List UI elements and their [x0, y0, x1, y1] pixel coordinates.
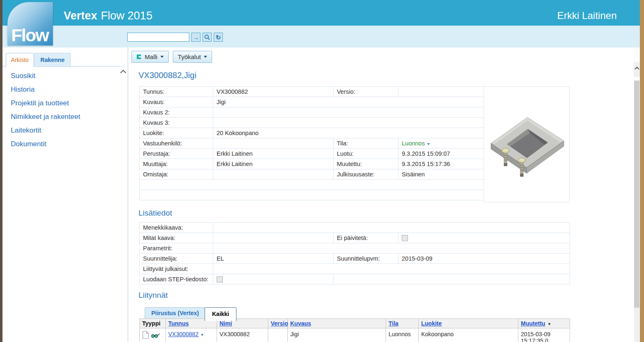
field-perustaja-value: Erkki Laitinen	[213, 149, 334, 159]
item-dropdown-icon[interactable]: ▾	[201, 332, 203, 337]
sidebar-tab-arkisto[interactable]: Arkisto	[6, 53, 34, 67]
sort-by-luokite-link[interactable]: Luokite	[421, 320, 442, 327]
table-row: Tunnus: VX3000882 Versio:	[140, 87, 484, 97]
sidebar-item-historia[interactable]: Historia	[11, 83, 80, 96]
sort-by-nimi-link[interactable]: Nimi	[219, 320, 232, 327]
scrollbar-track[interactable]	[634, 308, 639, 342]
cell-muutettu: 2015-03-09 15:17:35.0	[518, 328, 570, 342]
field-ei-paiviteta-value	[398, 233, 570, 243]
cell-nimi: VX3000882	[217, 328, 268, 342]
table-row: Muuttaja: Erkki Laitinen Muutettu: 9.3.2…	[140, 159, 484, 169]
main-scrollbar[interactable]	[634, 48, 640, 342]
basic-info-table: Tunnus: VX3000882 Versio: Kuvaus: Jigi K…	[139, 86, 484, 200]
field-luokite-value: 20 Kokoonpano	[213, 128, 484, 138]
tab-kaikki[interactable]: Kaikki	[205, 307, 236, 321]
field-menekkikaava-label: Menekkikaava:	[140, 223, 213, 233]
chevron-up-icon	[634, 66, 639, 71]
sort-by-tila-link[interactable]: Tila	[389, 320, 398, 327]
step-tiedosto-checkbox[interactable]	[217, 276, 223, 283]
model-menu-button[interactable]: Malli	[131, 51, 169, 63]
table-row: Luodaan STEP-tiedosto:	[140, 274, 570, 285]
field-julkisuusaste-value: Sisäinen	[398, 169, 484, 180]
field-muutettu-value: 9.3.2015 15:17:36	[398, 159, 484, 169]
table-row: Kuvaus: Jigi	[140, 97, 484, 107]
scroll-up-button[interactable]	[634, 62, 640, 77]
field-menekkikaava-value	[213, 223, 570, 233]
tab-piirustus-vertex[interactable]: Piirustus (Vertex)	[145, 307, 205, 319]
field-mitat-kaava-value	[213, 233, 334, 243]
cell-tyyppi	[140, 328, 166, 342]
table-row: Vastuuhenkilö: Tila: Luonnos▾	[140, 138, 484, 149]
tools-menu-label: Työkalut	[178, 53, 201, 60]
sidebar-item-suosikit[interactable]: Suosikit	[11, 69, 80, 83]
sort-by-muutettu-link[interactable]: Muutettu	[521, 320, 545, 327]
flow-logo-text: Flow	[11, 25, 48, 45]
links-table-header-row: Tyyppi Tunnus Nimi Versio Kuvaus Tila Lu…	[140, 319, 570, 328]
search-button[interactable]	[203, 33, 212, 42]
cell-kuvaus: Jigi	[288, 328, 386, 342]
glasses-icon	[151, 332, 160, 338]
search-input[interactable]	[127, 33, 189, 42]
table-row	[140, 190, 484, 200]
additional-info-table: Menekkikaava: Mitat kaava: Ei päivitetä:…	[139, 222, 570, 285]
field-mitat-kaava-label: Mitat kaava:	[140, 233, 213, 243]
tools-menu-button[interactable]: Työkalut	[173, 51, 212, 63]
field-kuvaus3-label: Kuvaus 3:	[140, 118, 213, 128]
table-row: Perustaja: Erkki Laitinen Luotu: 9.3.201…	[140, 149, 484, 159]
table-row: Luokite: 20 Kokoonpano	[140, 128, 484, 138]
sub-header-bar	[2, 26, 640, 48]
sort-by-kuvaus-link[interactable]: Kuvaus	[290, 320, 311, 327]
links-table: Tyyppi Tunnus Nimi Versio Kuvaus Tila Lu…	[139, 318, 570, 342]
scrollbar-thumb[interactable]	[634, 81, 639, 308]
sidebar-item-laitekortit[interactable]: Laitekortit	[11, 124, 80, 137]
table-row: Menekkikaava:	[140, 223, 570, 233]
table-row: Mitat kaava: Ei päivitetä:	[140, 233, 570, 243]
column-header-kuvaus: Kuvaus	[288, 319, 386, 328]
table-row	[140, 180, 484, 190]
field-muuttaja-label: Muuttaja:	[140, 159, 213, 169]
field-step-tiedosto-value	[213, 274, 334, 285]
section-heading-liitynnat: Liitynnät	[138, 291, 168, 300]
product-image-panel[interactable]	[484, 86, 570, 202]
item-link[interactable]: VX3000882	[168, 331, 198, 337]
field-tunnus-value: VX3000882	[213, 87, 334, 97]
sidebar-item-projektit[interactable]: Projektit ja tuotteet	[11, 96, 80, 110]
field-perustaja-label: Perustaja:	[140, 149, 213, 159]
sidebar: Arkisto Rakenne Suosikit Historia Projek…	[2, 48, 128, 342]
sidebar-item-nimikkeet[interactable]: Nimikkeet ja rakenteet	[11, 110, 80, 124]
chevron-down-icon	[160, 56, 164, 58]
header-bar: VertexFlow 2015 Erkki Laitinen	[2, 0, 640, 26]
app-title: VertexFlow 2015	[64, 10, 153, 22]
sidebar-tab-rakenne[interactable]: Rakenne	[34, 53, 71, 67]
sort-by-tunnus-link[interactable]: Tunnus	[168, 320, 189, 327]
sort-desc-icon: ▼	[547, 322, 551, 326]
field-suunnittelija-value: EL	[213, 254, 334, 264]
status-dropdown-icon[interactable]: ▾	[427, 141, 430, 146]
field-kuvaus-value: Jigi	[213, 97, 484, 107]
refresh-button[interactable]: ↻	[214, 33, 223, 42]
main-content: Malli Työkalut VX3000882,Jigi Tunnus: VX…	[128, 48, 634, 342]
magnifier-icon	[204, 34, 210, 40]
sidebar-scroll-up-button[interactable]	[120, 68, 126, 76]
ei-paiviteta-checkbox[interactable]	[402, 235, 408, 241]
chevron-up-icon	[120, 70, 126, 76]
table-row: Suunnittelija: EL Suunnittelupvm: 2015-0…	[140, 254, 570, 264]
sort-by-versio-link[interactable]: Versio	[271, 320, 288, 327]
field-tila-value: Luonnos▾	[398, 138, 484, 149]
status-badge[interactable]: Luonnos	[402, 140, 425, 147]
field-suunnittelupvm-value: 2015-03-09	[398, 254, 570, 264]
field-luotu-value: 9.3.2015 15:09:07	[398, 149, 484, 159]
chevron-down-icon	[204, 56, 207, 58]
field-liittyvat-julkaisut-label: Liittyvät julkaisut:	[140, 264, 213, 274]
logged-in-user[interactable]: Erkki Laitinen	[557, 10, 617, 21]
empty-cell	[334, 274, 570, 285]
field-parametrit-label: Parametrit:	[140, 243, 213, 254]
sidebar-item-dokumentit[interactable]: Dokumentit	[11, 137, 80, 151]
search-go-button[interactable]: →	[191, 33, 200, 42]
links-table-row: VX3000882▾ VX3000882 Jigi Luonnos Kokoon…	[140, 328, 570, 342]
empty-field-row	[140, 180, 484, 190]
product-3d-image	[486, 105, 567, 184]
field-ei-paiviteta-label: Ei päivitetä:	[334, 233, 398, 243]
table-row: Omistaja: Julkisuusaste: Sisäinen	[140, 169, 484, 180]
flow-logo[interactable]: Flow	[7, 2, 53, 45]
